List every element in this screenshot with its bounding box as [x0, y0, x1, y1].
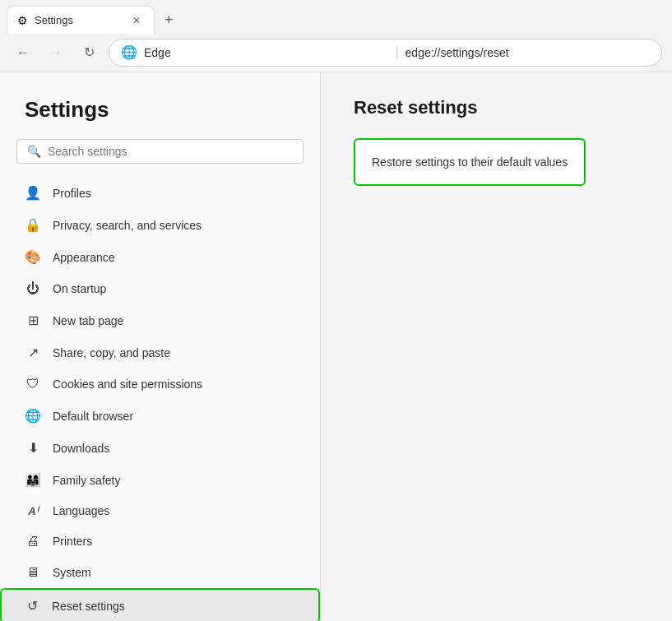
sidebar-item-downloads[interactable]: ⬇ Downloads	[0, 432, 320, 464]
system-icon: 🖥	[25, 565, 41, 580]
address-separator: |	[395, 45, 398, 60]
sidebar-item-new-tab[interactable]: ⊞ New tab page	[0, 304, 320, 336]
sidebar-item-appearance[interactable]: 🎨 Appearance	[0, 241, 320, 273]
panel-title: Reset settings	[354, 97, 639, 118]
sidebar-item-label: Share, copy, and paste	[53, 346, 170, 359]
profiles-icon: 👤	[25, 185, 41, 201]
search-input[interactable]	[48, 145, 293, 158]
address-url: edge://settings/reset	[406, 46, 650, 59]
sidebar-item-languages[interactable]: Aⁱ Languages	[0, 496, 320, 526]
restore-text: Restore settings to their default values	[372, 155, 568, 169]
address-prefix: Edge	[144, 46, 388, 59]
sidebar-item-default-browser[interactable]: 🌐 Default browser	[0, 400, 320, 432]
sidebar-item-profiles[interactable]: 👤 Profiles	[0, 177, 320, 209]
sidebar-item-label: Family safety	[53, 474, 120, 487]
downloads-icon: ⬇	[25, 440, 41, 456]
sidebar-item-printers[interactable]: 🖨 Printers	[0, 526, 320, 557]
right-panel: Reset settings Restore settings to their…	[321, 72, 672, 621]
address-bar[interactable]: 🌐 Edge | edge://settings/reset	[109, 39, 662, 67]
edge-logo-icon: 🌐	[121, 44, 137, 60]
printers-icon: 🖨	[25, 534, 41, 549]
sidebar-item-share[interactable]: ↗ Share, copy, and paste	[0, 336, 320, 368]
on-startup-icon: ⏻	[25, 281, 41, 296]
reset-icon: ↺	[24, 598, 40, 614]
sidebar-item-label: Cookies and site permissions	[53, 378, 202, 391]
sidebar-item-privacy[interactable]: 🔒 Privacy, search, and services	[0, 209, 320, 241]
nav-items-list: 👤 Profiles 🔒 Privacy, search, and servic…	[0, 177, 320, 621]
restore-card[interactable]: Restore settings to their default values	[354, 138, 586, 186]
tab-close-button[interactable]: ✕	[129, 13, 144, 28]
family-icon: 👨‍👩‍👧	[25, 472, 41, 488]
sidebar-item-label: On startup	[53, 282, 106, 295]
sidebar-item-label: System	[53, 566, 91, 579]
navigation-bar: ← → ↻ 🌐 Edge | edge://settings/reset	[0, 33, 672, 72]
sidebar-item-label: Default browser	[53, 410, 133, 423]
search-box[interactable]: 🔍	[16, 139, 304, 164]
sidebar-item-label: Profiles	[53, 187, 91, 200]
settings-tab[interactable]: ⚙ Settings ✕	[7, 6, 155, 34]
cookies-icon: 🛡	[25, 377, 41, 392]
sidebar-item-system[interactable]: 🖥 System	[0, 557, 320, 588]
sidebar-item-on-startup[interactable]: ⏻ On startup	[0, 273, 320, 304]
sidebar-item-label: Reset settings	[52, 600, 125, 613]
sidebar-item-label: New tab page	[53, 314, 123, 327]
tab-favicon: ⚙	[17, 14, 28, 27]
sidebar-title: Settings	[0, 89, 320, 139]
sidebar-item-label: Appearance	[53, 251, 115, 264]
sidebar-item-label: Privacy, search, and services	[53, 219, 202, 232]
share-icon: ↗	[25, 345, 41, 360]
search-icon: 🔍	[27, 145, 41, 158]
default-browser-icon: 🌐	[25, 408, 41, 424]
privacy-icon: 🔒	[25, 217, 41, 233]
sidebar-item-reset[interactable]: ↺ Reset settings	[0, 588, 320, 621]
forward-button[interactable]: →	[43, 39, 69, 66]
sidebar-item-label: Printers	[53, 535, 92, 548]
sidebar-item-cookies[interactable]: 🛡 Cookies and site permissions	[0, 368, 320, 400]
back-button[interactable]: ←	[10, 39, 36, 66]
new-tab-button[interactable]: +	[158, 8, 180, 32]
sidebar-item-label: Downloads	[53, 442, 109, 455]
sidebar: Settings 🔍 👤 Profiles 🔒 Privacy, search,…	[0, 72, 321, 621]
main-content: Settings 🔍 👤 Profiles 🔒 Privacy, search,…	[0, 72, 672, 621]
new-tab-icon: ⊞	[25, 313, 41, 328]
refresh-button[interactable]: ↻	[76, 39, 102, 66]
tab-title: Settings	[35, 14, 123, 26]
languages-icon: Aⁱ	[25, 505, 41, 517]
appearance-icon: 🎨	[25, 249, 41, 265]
sidebar-item-family[interactable]: 👨‍👩‍👧 Family safety	[0, 464, 320, 496]
sidebar-item-label: Languages	[53, 504, 109, 517]
